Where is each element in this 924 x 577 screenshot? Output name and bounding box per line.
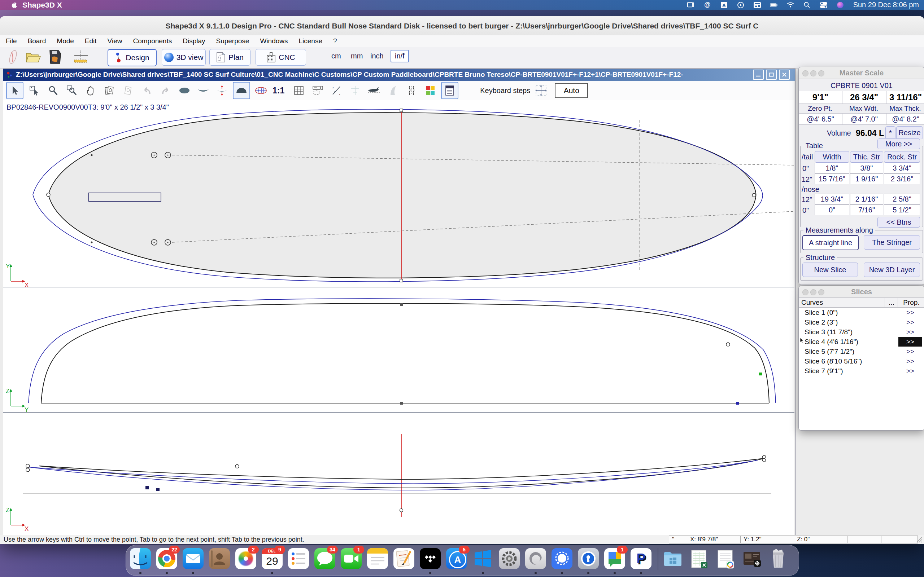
copilot-icon[interactable]: @ (704, 2, 711, 8)
tail-row0-thic[interactable]: 3/8" (850, 163, 883, 174)
dock-pages[interactable] (393, 548, 414, 569)
tail-row1-width[interactable]: 15 7/16" (815, 174, 849, 184)
width-value[interactable]: 26 3/4" (842, 91, 886, 104)
doc-close-button[interactable] (779, 69, 790, 80)
siri-icon[interactable] (837, 2, 844, 8)
dock-spreadsheet-stack[interactable] (689, 548, 709, 569)
outline-curve-tool[interactable] (176, 82, 192, 98)
dock-finder[interactable] (130, 548, 151, 569)
board-bottom-tool[interactable] (366, 82, 382, 98)
menu-windows[interactable]: Windows (260, 37, 288, 45)
tail-row0-rock[interactable]: 3 3/4" (884, 163, 920, 174)
display-mirroring-icon[interactable] (687, 2, 695, 8)
menu-superpose[interactable]: Superpose (216, 37, 249, 45)
dock-windows-app[interactable] (472, 548, 493, 569)
dock-1password[interactable] (578, 548, 599, 569)
panel-zoom-button[interactable] (818, 70, 824, 76)
zoom-area-tool[interactable] (64, 82, 80, 98)
max-thickness-at[interactable]: @4' 8.2" (886, 113, 924, 125)
profile-view-drawing[interactable] (3, 287, 795, 412)
dock-messages[interactable]: 34 (314, 548, 335, 569)
col-prop[interactable]: Prop. (898, 298, 924, 308)
wireframe-tool[interactable] (253, 82, 269, 98)
tail-row1-thic[interactable]: 1 9/16" (850, 174, 883, 184)
new-slice-button[interactable]: New Slice (802, 263, 858, 277)
dock-windows-folder[interactable] (662, 548, 683, 569)
slices-close-button[interactable] (802, 289, 809, 295)
menu-file[interactable]: File (6, 37, 17, 45)
plan-button[interactable]: Plan (209, 49, 250, 66)
shield-app-icon[interactable] (720, 2, 728, 8)
star-button[interactable]: * (885, 126, 895, 139)
rocker-curve-tool[interactable] (195, 82, 211, 98)
control-center-icon[interactable] (820, 2, 827, 8)
pan-tool[interactable] (82, 82, 99, 98)
thickness-curve-tool[interactable] (214, 82, 230, 98)
nose-row1-width[interactable]: 0" (815, 205, 849, 215)
dock-photos[interactable]: 2 (235, 548, 256, 569)
doc-minimize-button[interactable] (753, 69, 764, 80)
menu-help[interactable]: ? (333, 37, 337, 45)
dock-media-stack[interactable] (741, 548, 762, 569)
battery-icon[interactable] (770, 2, 777, 8)
fin-tool[interactable] (385, 82, 401, 98)
rocker-view-drawing[interactable] (3, 413, 795, 535)
dock-reminders[interactable] (288, 548, 309, 569)
axis-cross-tool[interactable] (347, 82, 363, 98)
properties-panel-tool[interactable] (441, 82, 459, 99)
tail-row0-width[interactable]: 1/8" (815, 163, 849, 174)
3d-view-button[interactable]: 3D view (162, 49, 206, 66)
menu-components[interactable]: Components (133, 37, 172, 45)
slice-row-3[interactable]: Slice 3 (11 7/8")>> (799, 327, 924, 337)
color-display-tool[interactable] (422, 82, 438, 98)
thickness-value[interactable]: 3 11/16" (886, 91, 924, 104)
menubar-clock[interactable]: Sun 29 Dec 8:06 pm (853, 1, 919, 9)
dock-contacts[interactable] (209, 548, 230, 569)
dock-facetime[interactable]: 1 (341, 548, 362, 569)
menu-license[interactable]: License (299, 37, 322, 45)
dock-shape3d[interactable]: P (630, 548, 651, 569)
btns-button[interactable]: << Btns (877, 217, 920, 227)
open-file-icon[interactable] (25, 50, 42, 64)
document-titlebar[interactable]: Z:\Users\jnrburger\Google Drive\Shared d… (3, 69, 795, 81)
copy-tool[interactable] (102, 82, 117, 98)
dock-google-chat[interactable]: 1 (604, 548, 625, 569)
menu-board[interactable]: Board (28, 37, 46, 45)
undo-button[interactable] (139, 82, 155, 98)
slice-row-2[interactable]: Slice 2 (3")>> (799, 318, 924, 327)
dock-mail[interactable] (183, 548, 204, 569)
design-button[interactable]: Design (108, 49, 157, 66)
dimensions-icon[interactable] (73, 50, 89, 64)
dock-tidal[interactable] (420, 548, 441, 569)
zoom-ratio-label[interactable]: 1:1 (273, 86, 284, 95)
paste-tool[interactable] (120, 82, 136, 98)
nose-row1-thic[interactable]: 7/16" (850, 205, 883, 215)
dock-calendar[interactable]: DEC 29 9 (262, 548, 283, 569)
slice-row-1[interactable]: Slice 1 (0")>> (799, 308, 924, 318)
dock-notes[interactable] (367, 548, 388, 569)
unit-inch[interactable]: inch (370, 52, 384, 60)
master-scale-titlebar[interactable]: Master Scale (799, 67, 924, 79)
max-width-at[interactable]: @4' 7.0" (842, 113, 886, 125)
save-file-icon[interactable] (48, 49, 62, 65)
zero-pt-at[interactable]: @4' 6.5" (799, 113, 842, 125)
redo-button[interactable] (158, 82, 174, 98)
straight-line-button[interactable]: A straight line (802, 235, 859, 250)
dock-trash[interactable] (768, 548, 789, 569)
slice-row-6[interactable]: Slice 6 (8'10 5/16")>> (799, 356, 924, 366)
slice-row-4-selected[interactable]: Slice 4 (4'6 1/16")>> (799, 337, 924, 347)
col-dots[interactable]: ... (885, 298, 898, 308)
resize-button[interactable]: Resize (896, 126, 923, 139)
flip-curve-tool[interactable] (404, 82, 419, 98)
dock-wave-app[interactable] (525, 548, 546, 569)
window-switcher-icon[interactable] (754, 2, 761, 8)
guideline-tool[interactable]: xx (328, 82, 344, 98)
length-value[interactable]: 9'1" (799, 91, 842, 104)
stringer-button[interactable]: The Stringer (864, 235, 920, 250)
move-steps-icon[interactable] (533, 82, 549, 98)
select-tool[interactable] (6, 82, 23, 99)
unit-inf-selected[interactable]: in/f (391, 50, 409, 62)
col-curves[interactable]: Curves (799, 298, 888, 308)
dock-chrome[interactable]: 22 (156, 548, 177, 569)
nose-row0-thic[interactable]: 2 1/16" (850, 193, 883, 205)
